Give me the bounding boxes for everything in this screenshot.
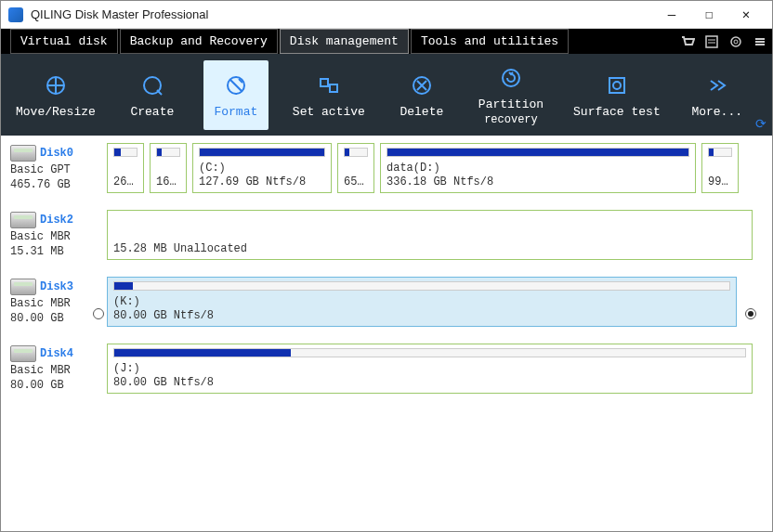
partition[interactable]: 26... [107,143,144,193]
toolbar-label: Create [130,105,174,119]
partition-label: (K:) [113,295,730,308]
partition-strip: (K:)80.00 GB Ntfs/8 [107,277,766,327]
move-resize-icon [42,71,70,99]
selected-partition-radio[interactable] [745,308,756,319]
tab-virtual-disk[interactable]: Virtual disk [10,29,118,54]
app-logo-icon [8,7,23,22]
partition-label [113,228,746,241]
surface-test-button[interactable]: Surface test [568,60,666,130]
disk-row: Disk4 Basic MBR 80.00 GB(J:)80.00 GB Ntf… [7,344,766,394]
format-button[interactable]: Format [203,60,269,130]
more--button[interactable]: More... [685,60,750,130]
titlebar: QILING Disk Master Professional — ☐ ✕ [1,1,772,29]
disk-icon [10,145,36,162]
gear-icon[interactable] [724,29,748,54]
disk-icon [10,345,36,362]
partition-label [344,162,368,175]
toolbar-label: Set active [293,105,365,119]
svg-point-14 [503,70,519,86]
select-radio-col [90,277,107,327]
window-title: QILING Disk Master Professional [31,7,653,21]
close-button[interactable]: ✕ [727,2,765,28]
delete-button[interactable]: Delete [389,60,454,130]
partition-strip: 26...16...(C:)127.69 GB Ntfs/865...data(… [107,143,766,193]
partition[interactable]: 65... [337,143,374,193]
disk-size: 465.76 GB [10,178,103,191]
partition-size: 15.28 MB Unallocated [113,242,746,255]
disk-name: Disk2 [40,214,73,227]
refresh-icon[interactable]: ⟳ [755,116,766,132]
usage-bar [386,148,689,157]
disk-type: Basic MBR [10,230,103,243]
disk-type: Basic MBR [10,297,86,310]
usage-bar [708,148,732,157]
partition-size: 16... [156,175,180,188]
partition-button[interactable]: Partitionrecovery [473,60,549,130]
tab-backup-and-recovery[interactable]: Backup and Recovery [120,29,278,54]
disk-grid: Disk0 Basic GPT 465.76 GB26...16...(C:)1… [1,136,772,532]
toolbar-label: Delete [400,105,443,119]
disk-info: Disk0 Basic GPT 465.76 GB [7,143,107,193]
disk-size: 80.00 GB [10,379,103,392]
partition[interactable]: (J:)80.00 GB Ntfs/8 [107,344,753,394]
list-icon[interactable] [700,29,724,54]
svg-point-4 [734,40,738,44]
partition-size: 99... [708,175,732,188]
minimize-button[interactable]: — [653,2,690,28]
svg-rect-11 [321,79,328,86]
disk-icon [10,279,36,295]
set-active-icon [315,71,343,99]
svg-point-16 [613,82,621,89]
create-button[interactable]: Create [120,60,185,130]
delete-icon [408,71,436,99]
toolbar-label: recovery [484,113,538,126]
usage-bar [113,148,138,157]
set-active-button[interactable]: Set active [287,60,371,130]
partition-size: 80.00 GB Ntfs/8 [113,309,730,322]
partition-size: 65... [344,175,368,188]
disk-icon [10,212,36,228]
tab-disk-management[interactable]: Disk management [280,29,409,54]
disk-info: Disk2 Basic MBR 15.31 MB [7,210,107,260]
toolbar: Move/ResizeCreateFormatSet activeDeleteP… [1,54,772,136]
cart-icon[interactable] [675,29,700,54]
disk-type: Basic GPT [10,163,103,176]
tab-tools-and-utilities[interactable]: Tools and utilities [411,29,569,54]
select-disk-radio[interactable] [93,308,104,319]
partition-size: 336.18 GB Ntfs/8 [386,175,689,188]
partition[interactable]: 16... [150,143,187,193]
format-icon [222,71,250,99]
toolbar-label: Move/Resize [16,105,96,119]
partition-recovery-icon [497,64,525,92]
partition[interactable]: data(D:)336.18 GB Ntfs/8 [380,143,696,193]
partition-size: 80.00 GB Ntfs/8 [113,376,746,389]
disk-name: Disk0 [40,147,73,160]
partition[interactable]: 99... [701,143,739,193]
partition-size: 26... [113,175,138,188]
surface-test-icon [603,71,631,99]
disk-row: Disk3 Basic MBR 80.00 GB(K:)80.00 GB Ntf… [7,277,766,327]
partition-strip: (J:)80.00 GB Ntfs/8 [107,344,766,394]
svg-point-3 [731,37,740,46]
svg-rect-15 [609,78,624,93]
select-radio-col-right [742,277,759,327]
partition-size: 127.69 GB Ntfs/8 [199,175,325,188]
disk-name: Disk3 [40,280,73,293]
usage-bar [199,148,325,157]
partition-label: (C:) [199,162,325,175]
disk-info: Disk3 Basic MBR 80.00 GB [7,277,90,327]
toolbar-label: Partition [478,97,544,111]
partition-label [156,162,180,175]
menu-icon[interactable] [748,29,772,54]
create-icon [138,71,166,99]
more-icon [703,71,731,99]
toolbar-label: Surface test [573,105,661,119]
maximize-button[interactable]: ☐ [690,2,727,28]
partition[interactable]: 15.28 MB Unallocated [107,210,753,260]
disk-info: Disk4 Basic MBR 80.00 GB [7,344,107,394]
partition[interactable]: (K:)80.00 GB Ntfs/8 [107,277,737,327]
move/resize-button[interactable]: Move/Resize [10,60,101,130]
svg-rect-12 [330,84,337,92]
partition[interactable]: (C:)127.69 GB Ntfs/8 [192,143,332,193]
usage-bar [113,281,730,291]
